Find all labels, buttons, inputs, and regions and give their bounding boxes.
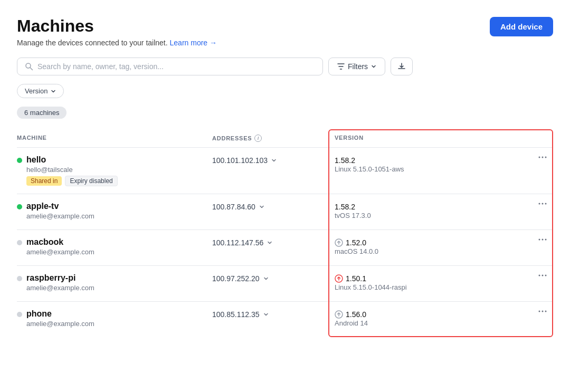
machine-owner: amelie@example.com xyxy=(26,320,212,328)
search-icon xyxy=(25,62,33,71)
status-dot-offline xyxy=(17,240,22,245)
address-col: 100.87.84.60 xyxy=(212,202,328,211)
svg-point-3 xyxy=(542,157,544,158)
page-title: Machines xyxy=(17,17,217,35)
svg-point-13 xyxy=(539,275,540,276)
machine-name[interactable]: macbook xyxy=(26,237,63,247)
version-col-content: 1.58.2 tvOS 17.3.0 xyxy=(328,202,532,219)
address-text: 100.101.102.103 xyxy=(212,156,268,165)
svg-point-9 xyxy=(539,239,540,241)
addresses-header: ADDRESSES i xyxy=(212,132,328,144)
version-col-content: 1.50.1 Linux 5.15.0-1044-raspi xyxy=(328,273,532,291)
version-number: 1.58.2 xyxy=(335,156,532,165)
address-col: 100.85.112.35 xyxy=(212,309,328,319)
address-text: 100.85.112.35 xyxy=(212,310,260,319)
table-header: MACHINE ADDRESSES i VERSION xyxy=(17,129,553,148)
version-filter-row: Version xyxy=(17,84,553,98)
status-dot-online xyxy=(17,204,22,209)
version-os: Linux 5.15.0-1044-raspi xyxy=(335,283,532,291)
version-number: 1.50.1 xyxy=(335,274,532,283)
address-text: 100.97.252.20 xyxy=(212,274,260,283)
version-filter-chip[interactable]: Version xyxy=(17,84,64,98)
status-dot-online xyxy=(17,158,22,163)
address-col: 100.97.252.20 xyxy=(212,273,328,283)
address-chevron-icon[interactable] xyxy=(263,311,269,318)
svg-point-5 xyxy=(539,203,540,205)
machines-count: 6 machines xyxy=(17,107,66,119)
download-icon xyxy=(397,62,406,71)
machine-owner: hello@tailscale xyxy=(26,166,212,174)
address-chevron-icon[interactable] xyxy=(271,157,277,164)
machine-header: MACHINE xyxy=(17,132,212,144)
version-os: tvOS 17.3.0 xyxy=(335,212,532,219)
search-input[interactable] xyxy=(37,62,315,71)
shared-in-tag: Shared in xyxy=(26,176,62,186)
machine-name[interactable]: raspberry-pi xyxy=(26,273,75,283)
table-row: raspberry-pi amelie@example.com 100.97.2… xyxy=(17,266,553,302)
svg-point-7 xyxy=(545,203,547,205)
upgrade-icon-gray xyxy=(335,310,343,319)
more-button[interactable] xyxy=(532,155,553,158)
addresses-info-icon[interactable]: i xyxy=(254,135,262,142)
machine-owner: amelie@example.com xyxy=(26,284,212,292)
svg-point-18 xyxy=(542,311,544,312)
svg-point-4 xyxy=(545,157,547,158)
svg-point-11 xyxy=(545,239,547,241)
version-number: 1.58.2 xyxy=(335,203,532,211)
machine-name[interactable]: hello xyxy=(26,155,46,165)
version-number: 1.52.0 xyxy=(335,238,532,247)
add-device-button[interactable]: Add device xyxy=(490,17,553,36)
filters-button[interactable]: Filters xyxy=(328,58,385,75)
svg-line-1 xyxy=(30,68,33,70)
machine-name-col: hello hello@tailscale Shared in Expiry d… xyxy=(17,155,212,186)
version-os: macOS 14.0.0 xyxy=(335,247,532,255)
search-box xyxy=(17,58,323,75)
address-chevron-icon[interactable] xyxy=(259,204,265,210)
more-button[interactable] xyxy=(532,237,553,241)
address-chevron-icon[interactable] xyxy=(263,275,269,282)
version-os: Linux 5.15.0-1051-aws xyxy=(335,165,532,173)
table-row: hello hello@tailscale Shared in Expiry d… xyxy=(17,148,553,194)
more-button[interactable] xyxy=(532,309,553,312)
version-header: VERSION xyxy=(328,132,532,144)
machine-name[interactable]: apple-tv xyxy=(26,202,59,211)
status-dot-offline xyxy=(17,276,22,281)
version-col-content: 1.58.2 Linux 5.15.0-1051-aws xyxy=(328,155,532,173)
svg-point-14 xyxy=(542,275,544,276)
version-col-content: 1.52.0 macOS 14.0.0 xyxy=(328,237,532,255)
more-button[interactable] xyxy=(532,202,553,205)
machine-owner: amelie@example.com xyxy=(26,248,212,256)
upgrade-icon-red xyxy=(335,274,343,283)
address-text: 100.112.147.56 xyxy=(212,238,263,247)
svg-point-6 xyxy=(542,203,544,205)
filter-icon xyxy=(337,63,345,70)
svg-point-10 xyxy=(542,239,544,241)
chevron-down-icon xyxy=(371,64,376,69)
more-button[interactable] xyxy=(532,273,553,276)
expiry-disabled-tag: Expiry disabled xyxy=(65,176,117,186)
address-chevron-icon[interactable] xyxy=(267,240,273,246)
learn-more-link[interactable]: Learn more → xyxy=(170,39,217,47)
machine-name-col: macbook amelie@example.com xyxy=(17,237,212,258)
machine-name-col: raspberry-pi amelie@example.com xyxy=(17,273,212,294)
svg-point-2 xyxy=(539,157,540,158)
address-col: 100.101.102.103 xyxy=(212,155,328,165)
version-chip-chevron-icon xyxy=(51,89,56,94)
download-button[interactable] xyxy=(391,58,413,75)
address-col: 100.112.147.56 xyxy=(212,237,328,247)
table-row: phone amelie@example.com 100.85.112.35 1… xyxy=(17,302,553,337)
svg-point-17 xyxy=(539,311,540,312)
machine-name[interactable]: phone xyxy=(26,309,52,319)
toolbar: Filters xyxy=(17,58,553,75)
machine-owner: amelie@example.com xyxy=(26,212,212,220)
page-subtitle: Manage the devices connected to your tai… xyxy=(17,39,217,47)
address-text: 100.87.84.60 xyxy=(212,203,255,211)
table-row: apple-tv amelie@example.com 100.87.84.60… xyxy=(17,194,553,230)
version-col-content: 1.56.0 Android 14 xyxy=(328,309,532,327)
table-row: macbook amelie@example.com 100.112.147.5… xyxy=(17,230,553,266)
machine-name-col: phone amelie@example.com xyxy=(17,309,212,330)
machine-tags: Shared in Expiry disabled xyxy=(26,176,212,186)
svg-point-19 xyxy=(545,311,547,312)
version-os: Android 14 xyxy=(335,319,532,327)
version-number: 1.56.0 xyxy=(335,310,532,319)
